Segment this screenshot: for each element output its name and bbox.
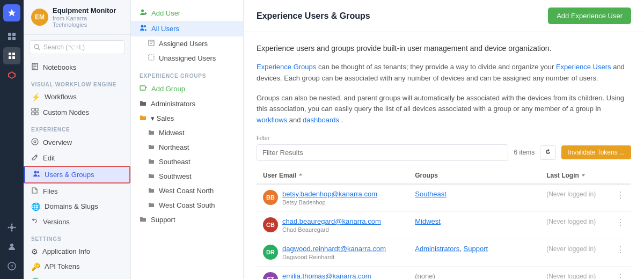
- nav-group-sales[interactable]: ▾ Sales: [131, 111, 243, 126]
- dashboards-link[interactable]: dashboards: [303, 116, 339, 124]
- group-support-label: Support: [151, 216, 175, 224]
- filter-input[interactable]: [257, 144, 508, 161]
- sidebar-item-files[interactable]: Files: [24, 183, 130, 199]
- nav-group-southeast[interactable]: Southeast: [131, 155, 243, 169]
- nav-group-midwest[interactable]: Midwest: [131, 126, 243, 140]
- rail-icon-user[interactable]: [3, 238, 20, 255]
- sidebar-item-overview[interactable]: Overview: [24, 135, 130, 150]
- sidebar-item-notebooks[interactable]: Notebooks: [24, 60, 130, 75]
- items-count: 6 items: [514, 149, 535, 156]
- page-title: Experience Users & Groups: [257, 11, 370, 21]
- sidebar-label-api-tokens: API Tokens: [45, 262, 80, 270]
- svg-point-28: [34, 171, 37, 173]
- sidebar-label-custom-nodes: Custom Nodes: [43, 108, 89, 116]
- workflows-link[interactable]: workflows: [257, 116, 287, 124]
- col-groups[interactable]: Groups: [408, 167, 540, 184]
- add-experience-user-button[interactable]: Add Experience User: [548, 8, 631, 24]
- svg-point-16: [34, 45, 39, 49]
- group-link[interactable]: Southeast: [415, 190, 447, 198]
- svg-rect-24: [32, 112, 34, 115]
- rail-icon-cube[interactable]: [3, 67, 20, 84]
- group-sales-label: ▾ Sales: [151, 114, 174, 122]
- section-visual-workflow: VISUAL WORKFLOW ENGINE: [24, 75, 130, 90]
- main-content: Experience Users & Groups Add Experience…: [244, 0, 644, 279]
- nav-group-administrators[interactable]: Administrators: [131, 97, 243, 111]
- rail-icon-help[interactable]: ?: [3, 258, 20, 275]
- svg-point-5: [11, 224, 13, 225]
- avatar: DR: [263, 245, 278, 260]
- rail-icon-network[interactable]: [3, 219, 20, 236]
- user-email-link[interactable]: dagwood.reinhardt@kanarra.com: [282, 245, 386, 253]
- search-box[interactable]: Search (⌥+L): [29, 40, 125, 54]
- svg-point-26: [32, 138, 38, 145]
- nav-group-support[interactable]: Support: [131, 212, 243, 227]
- nav-unassigned-users[interactable]: Unassigned Users: [131, 51, 243, 65]
- versions-icon: [31, 217, 39, 226]
- group-link[interactable]: Midwest: [415, 217, 441, 225]
- col-email[interactable]: User Email: [257, 167, 408, 184]
- sidebar-label-application-info: Application Info: [42, 247, 90, 255]
- all-users-icon: [140, 24, 147, 33]
- group-west-coast-south-label: West Coast South: [159, 201, 215, 209]
- nav-group-southwest[interactable]: Southwest: [131, 169, 243, 183]
- experience-users-link1[interactable]: Experience Users: [556, 63, 611, 71]
- add-user-btn[interactable]: Add User: [131, 5, 243, 21]
- sidebar-item-globals[interactable]: 🌍 Globals: [24, 274, 130, 279]
- svg-line-17: [38, 48, 40, 50]
- folder-icon: [140, 100, 147, 108]
- svg-point-7: [8, 227, 10, 229]
- cell-groups: Midwest: [408, 211, 540, 239]
- workflows-icon: ⚡: [31, 93, 40, 101]
- add-user-icon: [140, 9, 147, 18]
- more-options-button[interactable]: ⋮: [616, 245, 625, 255]
- sidebar: EM Equipment Monitor from Kanarra Techno…: [24, 0, 131, 279]
- refresh-button[interactable]: [540, 145, 556, 160]
- cell-groups: Administrators, Support: [408, 239, 540, 266]
- add-user-label: Add User: [151, 9, 180, 17]
- user-email-link[interactable]: emilia.thomas@kanarra.com: [282, 272, 371, 279]
- nav-assigned-users[interactable]: Assigned Users: [131, 36, 243, 51]
- rail-icon-apps[interactable]: [3, 47, 20, 64]
- sidebar-item-domains[interactable]: 🌐 Domains & Slugs: [24, 199, 130, 214]
- sidebar-item-custom-nodes[interactable]: Custom Nodes: [24, 105, 130, 120]
- svg-point-30: [141, 10, 144, 12]
- more-options-button[interactable]: ⋮: [616, 190, 625, 200]
- cell-email: BB betsy.badenhop@kanarra.com Betsy Bade…: [257, 184, 408, 212]
- unassigned-users-label: Unassigned Users: [159, 54, 216, 62]
- sidebar-item-versions[interactable]: Versions: [24, 214, 130, 230]
- logo-icon[interactable]: [3, 4, 20, 21]
- nav-group-west-coast-north[interactable]: West Coast North: [131, 183, 243, 198]
- svg-rect-0: [8, 33, 11, 36]
- more-options-button[interactable]: ⋮: [616, 272, 625, 279]
- group-link[interactable]: Support: [464, 245, 488, 253]
- more-options-button[interactable]: ⋮: [616, 217, 625, 227]
- group-link[interactable]: Administrators: [415, 245, 459, 253]
- svg-rect-25: [35, 112, 38, 115]
- sidebar-item-application-info[interactable]: ⚙ Application Info: [24, 244, 130, 259]
- icon-rail: ?: [0, 0, 24, 279]
- sidebar-item-users-groups[interactable]: Users & Groups: [24, 166, 130, 183]
- nav-group-northeast[interactable]: Northeast: [131, 140, 243, 155]
- sidebar-item-api-tokens[interactable]: 🔑 API Tokens: [24, 259, 130, 274]
- sidebar-item-workflows[interactable]: ⚡ Workflows: [24, 90, 130, 105]
- nav-group-west-coast-south[interactable]: West Coast South: [131, 198, 243, 212]
- rail-icon-dashboard[interactable]: [3, 28, 20, 45]
- cell-groups: (none): [408, 266, 540, 279]
- user-cell: ET emilia.thomas@kanarra.com Emilia Thom…: [263, 272, 402, 279]
- invalidate-tokens-button[interactable]: Invalidate Tokens ...: [561, 145, 631, 159]
- col-last-login[interactable]: Last Login: [540, 167, 610, 184]
- svg-point-34: [144, 25, 146, 27]
- nav-panel: Add User All Users Assigned Users Unassi…: [131, 0, 244, 279]
- sidebar-item-edit[interactable]: Edit: [24, 150, 130, 166]
- nav-all-users[interactable]: All Users: [131, 21, 243, 36]
- experience-groups-link1[interactable]: Experience Groups: [257, 63, 316, 71]
- sidebar-label-domains: Domains & Slugs: [45, 202, 98, 210]
- user-email-link[interactable]: chad.beauregard@kanarra.com: [282, 217, 381, 225]
- svg-point-4: [10, 226, 13, 229]
- cell-email: DR dagwood.reinhardt@kanarra.com Dagwood…: [257, 239, 408, 266]
- user-cell: CB chad.beauregard@kanarra.com Chad Beau…: [263, 217, 402, 233]
- app-subtitle: from Kanarra Technologies: [53, 15, 123, 28]
- user-email-link[interactable]: betsy.badenhop@kanarra.com: [282, 190, 377, 198]
- users-groups-icon: [33, 170, 40, 179]
- add-group-btn[interactable]: Add Group: [131, 81, 243, 97]
